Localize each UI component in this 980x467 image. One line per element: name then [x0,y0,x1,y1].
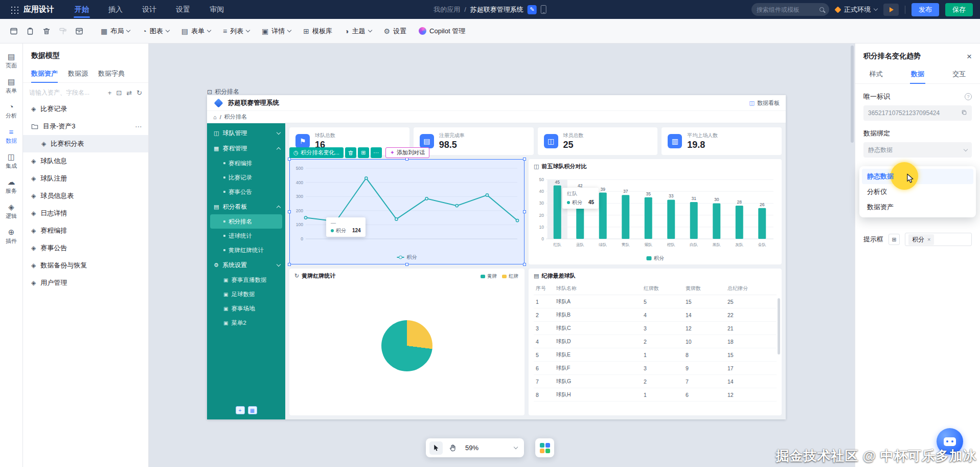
dash-sidebar-subitem[interactable]: 赛事公告 [207,185,285,199]
topbar-menu[interactable]: 设置 [175,1,191,18]
pan-tool-button[interactable] [446,441,459,455]
components-button[interactable] [535,438,554,457]
tree-item[interactable]: ◈比赛记录 [23,100,148,118]
tree-item[interactable]: 目录-资产3⋯ [23,118,148,135]
widget-title-pill[interactable]: ◷ 积分排名变化... [289,147,344,158]
toolbar-group[interactable]: ◔图表 [136,23,174,39]
format-painter-icon[interactable] [55,24,71,39]
table-widget[interactable]: ▤ 纪律最差球队 序号球队名称红牌数黄牌数总纪律分1球队A515252球队B41… [529,269,782,415]
table-row[interactable]: 5球队E1815 [534,348,777,362]
apps-grid-icon[interactable] [10,6,18,14]
bar-chart-legend[interactable]: 积分 [646,255,664,262]
widget-more-button[interactable]: ⋯ [371,147,382,158]
toolbar-group[interactable]: ▦布局 [95,23,135,39]
toolbar-group[interactable]: ◑主题 [339,23,377,39]
hint-field-icon[interactable]: ⊞ [888,234,900,245]
field-tag[interactable]: 积分 × [908,234,934,245]
legend-item[interactable]: 红牌 [502,273,518,280]
toolbar-group[interactable]: ≡列表 [217,23,255,39]
design-canvas[interactable]: ⊡ 积分排名 苏超联赛管理系统 ◫ 数据看板 ⌂ / 积分排名 ◫球队管理▦赛程… [149,43,855,467]
add-to-chat-button[interactable]: ✦ 添加到对话 [385,147,429,158]
add-icon[interactable]: + [108,90,112,96]
dash-sidebar-subitem[interactable]: ▣赛事场地 [207,301,285,316]
dash-sidebar-item[interactable]: ▦赛程管理 [207,141,285,156]
dash-sidebar-item[interactable]: ⚙系统设置 [207,257,285,273]
resize-handle[interactable] [523,158,526,161]
topbar-menu[interactable]: 插入 [107,1,124,18]
tree-item[interactable]: ◈赛程编排 [23,222,148,239]
rail-item[interactable]: ◈逻辑 [0,199,22,224]
table-row[interactable]: 1球队A51525 [534,295,777,308]
table-row[interactable]: 7球队G2714 [534,375,777,388]
close-icon[interactable]: × [967,52,972,61]
rail-item[interactable]: ▤表单 [0,74,22,99]
toolbar-group[interactable]: ⊞模板库 [298,23,338,39]
rail-item[interactable]: ☁服务 [0,174,22,199]
tree-item[interactable]: ◈赛事公告 [23,239,148,257]
delete-icon[interactable] [39,24,54,39]
tree-item[interactable]: ◈球队信息 [23,152,148,170]
mobile-preview-icon[interactable] [541,5,546,14]
resize-handle[interactable] [405,263,408,266]
preview-run-button[interactable] [883,4,899,16]
publish-button[interactable]: 发布 [911,3,939,16]
left-panel-tab[interactable]: 数据字典 [98,65,125,82]
tree-item[interactable]: ◈比赛积分表 [23,135,148,152]
unique-id-input[interactable] [868,109,958,117]
data-kanban-link[interactable]: ◫ 数据看板 [749,99,780,107]
table-row[interactable]: 4球队D21018 [534,335,777,348]
table-row[interactable]: 8球队H1612 [534,388,777,402]
settings-tab[interactable]: 样式 [855,65,897,83]
hint-tag-box[interactable]: 积分 × [905,233,972,246]
new-window-icon[interactable] [6,24,21,39]
topbar-menu[interactable]: 审阅 [209,1,225,18]
copy-icon[interactable] [961,109,967,117]
binding-select[interactable]: 静态数据 [863,142,972,158]
rail-item[interactable]: ⊕插件 [0,224,22,249]
topbar-menu[interactable]: 开始 [74,1,90,18]
rail-item[interactable]: ◫集成 [0,149,22,174]
remove-tag-icon[interactable]: × [927,236,930,242]
dash-sidebar-subitem[interactable]: 积分排名 [210,214,282,229]
layout-toggle-button[interactable]: ▦ [248,406,257,414]
rail-item[interactable]: ▤页面 [0,49,22,74]
archive-icon[interactable] [72,24,87,39]
dropdown-option[interactable]: 数据资产 [862,199,973,215]
topbar-search[interactable] [751,3,829,16]
topbar-menu[interactable]: 设计 [141,1,157,18]
edit-app-icon[interactable]: ✎ [528,5,537,14]
tree-item[interactable]: ◈用户管理 [23,274,148,292]
left-panel-tab[interactable]: 数据源 [68,65,88,82]
resize-handle[interactable] [523,263,526,266]
paste-icon[interactable] [22,24,38,39]
dash-sidebar-subitem[interactable]: 进球统计 [207,229,285,243]
select-tool-button[interactable] [429,441,443,455]
dash-sidebar-subitem[interactable]: 黄牌红牌统计 [207,243,285,257]
save-button[interactable]: 保存 [945,3,973,16]
asset-search-input[interactable] [29,89,103,96]
more-icon[interactable]: ⋯ [135,122,142,130]
tree-item[interactable]: ◈球队注册 [23,170,148,187]
tree-item[interactable]: ◈球员信息表 [23,187,148,205]
toolbar-group[interactable]: ⚙设置 [378,23,413,39]
pie-chart-legend[interactable]: 黄牌红牌 [481,273,518,280]
dropdown-option[interactable]: 分析仪 [862,184,973,199]
refresh-icon[interactable]: ↻ [136,90,142,96]
rail-item[interactable]: ◔分析 [0,99,22,124]
dash-sidebar-subitem[interactable]: ▣赛事直播数据 [207,273,285,287]
collection-icon[interactable]: ⊡ [116,90,122,96]
my-apps-link[interactable]: 我的应用 [434,5,460,14]
add-page-button[interactable]: + [236,406,245,414]
canvas-scrollbar[interactable] [851,46,854,143]
dash-sidebar-item[interactable]: ◫球队管理 [207,125,285,141]
settings-tab[interactable]: 交互 [939,65,980,83]
delete-widget-button[interactable] [345,147,356,158]
table-scrollbar[interactable] [778,298,780,354]
resize-handle[interactable] [288,210,291,213]
search-input[interactable] [757,6,816,13]
dash-sidebar-subitem[interactable]: ▣菜单2 [207,316,285,330]
environment-selector[interactable]: 正式环境 [835,5,877,14]
settings-tab[interactable]: 数据 [897,65,938,83]
dash-sidebar-subitem[interactable]: 比赛记录 [207,170,285,185]
table-row[interactable]: 6球队F3917 [534,362,777,375]
